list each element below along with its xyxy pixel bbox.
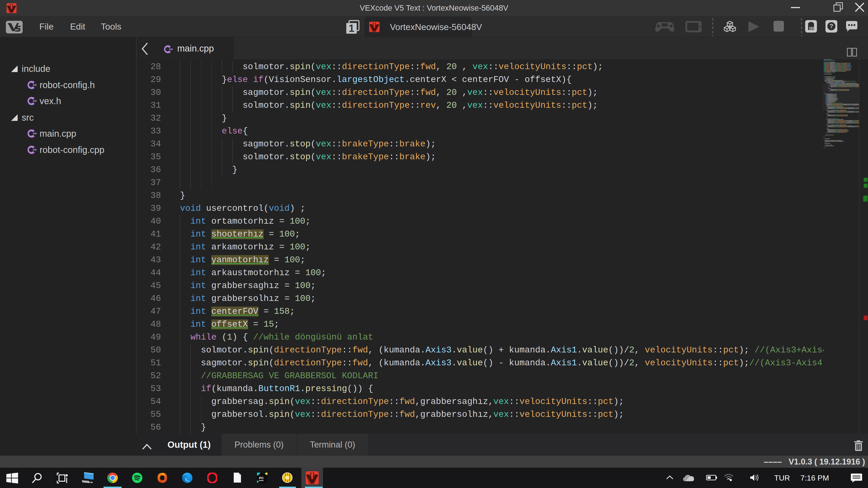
svg-text:PC: PC <box>259 476 264 480</box>
